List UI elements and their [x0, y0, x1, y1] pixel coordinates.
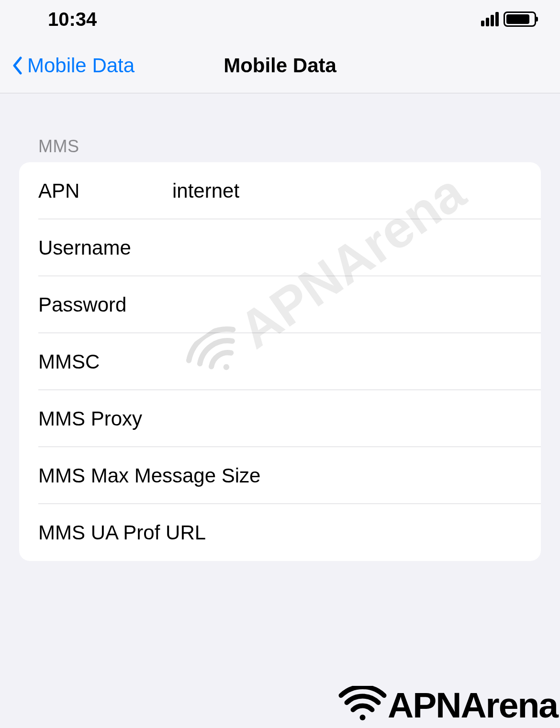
status-time: 10:34 — [48, 9, 97, 30]
row-mms-proxy[interactable]: MMS Proxy — [19, 390, 541, 447]
label-mms-max-size: MMS Max Message Size — [38, 464, 260, 487]
back-label: Mobile Data — [27, 54, 134, 77]
label-mms-ua-prof: MMS UA Prof URL — [38, 521, 206, 544]
wifi-icon — [337, 686, 388, 724]
row-mmsc[interactable]: MMSC — [19, 333, 541, 390]
navigation-bar: Mobile Data Mobile Data — [0, 38, 560, 93]
input-password[interactable] — [172, 293, 522, 316]
label-mms-proxy: MMS Proxy — [38, 407, 172, 430]
back-button[interactable]: Mobile Data — [12, 54, 134, 77]
row-mms-max-size[interactable]: MMS Max Message Size — [19, 447, 541, 504]
label-password: Password — [38, 293, 172, 316]
input-apn[interactable] — [172, 179, 522, 202]
settings-group-mms: APN Username Password MMSC MMS Proxy MMS… — [19, 162, 541, 561]
row-mms-ua-prof[interactable]: MMS UA Prof URL — [19, 504, 541, 561]
brand-logo: APNArena — [337, 684, 558, 726]
section-header-mms: MMS — [0, 93, 560, 162]
input-mmsc[interactable] — [172, 350, 522, 373]
label-mmsc: MMSC — [38, 350, 172, 373]
label-apn: APN — [38, 179, 172, 202]
status-bar: 10:34 — [0, 0, 560, 38]
cellular-signal-icon — [481, 12, 499, 26]
brand-logo-text: APNArena — [388, 684, 558, 726]
row-password[interactable]: Password — [19, 276, 541, 333]
row-username[interactable]: Username — [19, 219, 541, 276]
chevron-left-icon — [12, 56, 22, 75]
battery-icon — [504, 11, 536, 27]
input-mms-proxy[interactable] — [172, 407, 522, 430]
label-username: Username — [38, 236, 172, 259]
status-indicators — [481, 11, 536, 27]
input-username[interactable] — [172, 236, 522, 259]
row-apn[interactable]: APN — [19, 162, 541, 219]
